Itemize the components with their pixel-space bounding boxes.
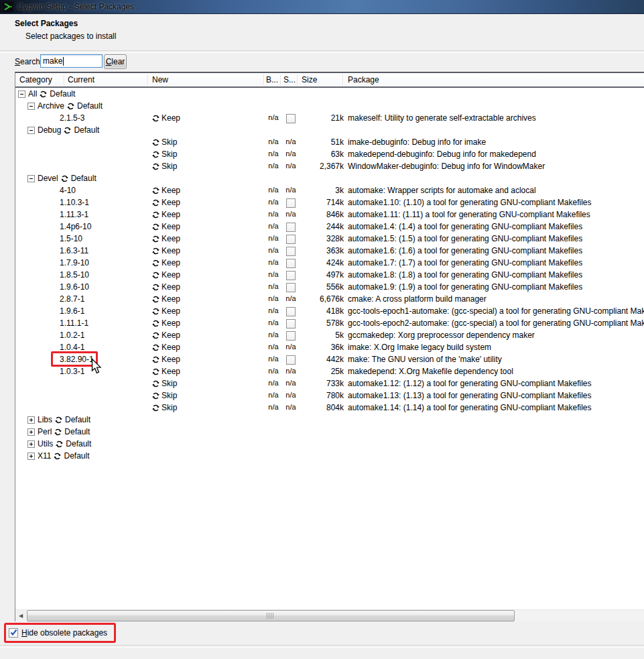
package-row[interactable]: 2.1.5-3 Keep n/a 21k makeself: Utility t…: [15, 112, 644, 124]
package-row[interactable]: 4-10 Keep n/a n/a 3k automake: Wrapper s…: [15, 184, 644, 196]
package-row[interactable]: Skip n/a n/a 51k imake-debuginfo: Debug …: [15, 136, 644, 148]
new-action-cell[interactable]: Keep: [152, 270, 180, 280]
category-action-state[interactable]: Default: [65, 415, 90, 424]
new-action-cell[interactable]: Skip: [152, 379, 177, 388]
category-row[interactable]: Libs Default: [15, 414, 644, 426]
package-row[interactable]: 3.82.90-1 Keep n/a 442k make: The GNU ve…: [15, 353, 644, 365]
source-checkbox[interactable]: [286, 114, 296, 123]
package-row[interactable]: Skip n/a n/a 63k makedepend-debuginfo: D…: [15, 148, 644, 160]
category-row[interactable]: X11 Default: [15, 450, 644, 462]
new-action-cell[interactable]: Keep: [152, 210, 180, 219]
new-action-cell[interactable]: Keep: [152, 355, 180, 364]
category-action-state[interactable]: Default: [77, 101, 103, 111]
category-action-state[interactable]: Default: [66, 439, 91, 448]
tree-expander-icon[interactable]: [27, 453, 35, 460]
spinner-cycle-icon[interactable]: [56, 440, 63, 448]
scroll-left-arrow-icon[interactable]: ◀: [15, 610, 26, 621]
category-row[interactable]: Archive Default: [15, 100, 644, 112]
hide-obsolete-checkbox[interactable]: [9, 628, 18, 638]
package-row[interactable]: 1.9.6-1 Keep n/a 418k gcc-tools-epoch1-a…: [15, 305, 644, 317]
package-row[interactable]: 1.9.6-10 Keep n/a 556k automake1.9: (1.9…: [15, 281, 644, 293]
package-row[interactable]: Skip n/a n/a 733k automake1.12: (1.12) a…: [15, 377, 644, 390]
column-header-new[interactable]: New: [152, 75, 168, 84]
tree-expander-icon[interactable]: [27, 175, 35, 182]
new-action-cell[interactable]: Keep: [152, 198, 180, 207]
category-row[interactable]: Devel Default: [15, 172, 644, 184]
new-action-cell[interactable]: Keep: [152, 294, 180, 304]
package-row[interactable]: 1.11.3-1 Keep n/a n/a 846k automake1.11:…: [15, 208, 644, 221]
category-row[interactable]: Utils Default: [15, 438, 644, 450]
category-action-state[interactable]: Default: [50, 89, 75, 99]
package-row[interactable]: Skip n/a n/a 2,367k WindowMaker-debuginf…: [15, 160, 644, 172]
source-checkbox[interactable]: [286, 247, 296, 256]
new-action-cell[interactable]: Skip: [152, 137, 177, 147]
spinner-cycle-icon[interactable]: [40, 91, 47, 98]
category-action-state[interactable]: Default: [64, 451, 89, 461]
new-action-cell[interactable]: Keep: [152, 113, 180, 123]
source-checkbox[interactable]: [286, 223, 296, 232]
tree-expander-icon[interactable]: [27, 127, 35, 134]
package-row[interactable]: 1.4p6-10 Keep n/a 244k automake1.4: (1.4…: [15, 221, 644, 233]
spinner-cycle-icon[interactable]: [54, 428, 62, 436]
source-checkbox[interactable]: [286, 259, 296, 268]
column-header-category[interactable]: Category: [19, 75, 52, 84]
package-row[interactable]: Skip n/a n/a 804k automake1.14: (1.14) a…: [15, 402, 644, 414]
new-action-cell[interactable]: Keep: [152, 186, 180, 195]
new-action-cell[interactable]: Keep: [152, 318, 180, 328]
new-action-cell[interactable]: Skip: [152, 162, 177, 171]
search-input[interactable]: make: [40, 54, 103, 68]
spinner-cycle-icon[interactable]: [55, 416, 62, 424]
package-row[interactable]: Skip n/a n/a 780k automake1.13: (1.13) a…: [15, 390, 644, 402]
horizontal-scrollbar[interactable]: ◀: [15, 609, 644, 621]
column-header-size[interactable]: Size: [302, 75, 317, 84]
clear-button[interactable]: Clear: [104, 54, 127, 69]
package-row[interactable]: 1.8.5-10 Keep n/a 497k automake1.8: (1.8…: [15, 269, 644, 281]
package-row[interactable]: 1.0.3-1 Keep n/a n/a 25k makedepend: X.O…: [15, 365, 644, 377]
package-row[interactable]: 1.0.2-1 Keep n/a 5k gccmakedep: Xorg pre…: [15, 329, 644, 341]
new-action-cell[interactable]: Keep: [152, 258, 180, 267]
category-action-state[interactable]: Default: [74, 125, 99, 135]
spinner-cycle-icon[interactable]: [67, 103, 74, 110]
column-header-package[interactable]: Package: [348, 75, 379, 84]
new-action-cell[interactable]: Keep: [152, 282, 180, 292]
new-action-cell[interactable]: Keep: [152, 331, 180, 340]
tree-expander-icon[interactable]: [18, 91, 25, 98]
source-checkbox[interactable]: [286, 355, 296, 365]
category-row[interactable]: All Default: [15, 88, 644, 100]
spinner-cycle-icon[interactable]: [54, 453, 61, 460]
tree-expander-icon[interactable]: [27, 428, 35, 436]
source-checkbox[interactable]: [286, 198, 296, 208]
new-action-cell[interactable]: Keep: [152, 367, 180, 376]
package-row[interactable]: 1.0.4-1 Keep n/a n/a 36k imake: X.Org Im…: [15, 341, 644, 353]
source-checkbox[interactable]: [286, 331, 296, 341]
titlebar[interactable]: Cygwin Setup - Select Packages: [0, 0, 644, 14]
category-action-state[interactable]: Default: [71, 174, 96, 183]
new-action-cell[interactable]: Skip: [152, 403, 177, 412]
source-checkbox[interactable]: [286, 283, 296, 292]
new-action-cell[interactable]: Keep: [152, 246, 180, 255]
new-action-cell[interactable]: Keep: [152, 234, 180, 243]
new-action-cell[interactable]: Skip: [152, 391, 177, 400]
scrollbar-thumb[interactable]: [27, 610, 515, 621]
source-checkbox[interactable]: [286, 235, 296, 244]
new-action-cell[interactable]: Keep: [152, 222, 180, 231]
source-checkbox[interactable]: [286, 307, 296, 316]
package-row[interactable]: 1.7.9-10 Keep n/a 424k automake1.7: (1.7…: [15, 257, 644, 269]
new-action-cell[interactable]: Keep: [152, 306, 180, 316]
source-checkbox[interactable]: [286, 271, 296, 280]
tree-expander-icon[interactable]: [27, 440, 35, 448]
column-header-b[interactable]: B...: [266, 75, 278, 84]
hide-obsolete-label[interactable]: Hide obsolete packages: [21, 628, 107, 638]
package-row[interactable]: 1.11.1-1 Keep n/a 578k gcc-tools-epoch2-…: [15, 317, 644, 329]
category-action-state[interactable]: Default: [64, 427, 90, 436]
package-row[interactable]: 1.10.3-1 Keep n/a 714k automake1.10: (1.…: [15, 196, 644, 208]
new-action-cell[interactable]: Skip: [152, 149, 177, 159]
category-row[interactable]: Debug Default: [15, 124, 644, 136]
tree-expander-icon[interactable]: [27, 416, 35, 424]
category-row[interactable]: Perl Default: [15, 426, 644, 438]
package-row[interactable]: 2.8.7-1 Keep n/a n/a 6,676k cmake: A cro…: [15, 293, 644, 305]
new-action-cell[interactable]: Keep: [152, 343, 180, 352]
spinner-cycle-icon[interactable]: [61, 175, 68, 182]
package-row[interactable]: 1.6.3-11 Keep n/a 363k automake1.6: (1.6…: [15, 245, 644, 257]
source-checkbox[interactable]: [286, 319, 296, 328]
